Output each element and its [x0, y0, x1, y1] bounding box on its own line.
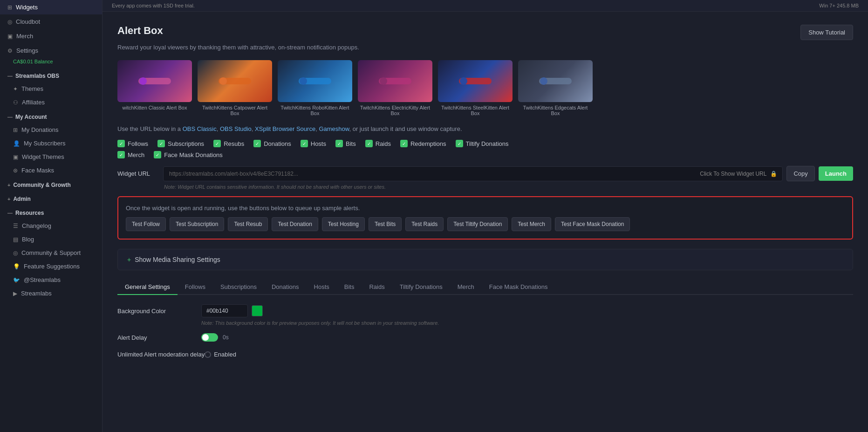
tab-tiltify-donations[interactable]: Tiltify Donations	[392, 280, 450, 295]
checkbox-tiltify-box[interactable]: ✓	[456, 140, 463, 147]
sidebar-section-community-growth[interactable]: + Community & Growth	[0, 177, 102, 191]
tab-general-settings[interactable]: General Settings	[117, 280, 178, 295]
theme-card-5[interactable]: TwitchKittens SteelKitten Alert Box	[438, 60, 513, 116]
sidebar-blog-label: Blog	[22, 236, 34, 243]
checkbox-redemptions-box[interactable]: ✓	[400, 140, 408, 147]
checkbox-bits-box[interactable]: ✓	[335, 140, 343, 147]
test-hosting-button[interactable]: Test Hosting	[322, 217, 365, 231]
sidebar-item-merch[interactable]: ▣ Merch	[0, 29, 102, 43]
launch-button[interactable]: Launch	[819, 166, 853, 181]
test-resub-button[interactable]: Test Resub	[228, 217, 268, 231]
sidebar-item-widget-themes[interactable]: ▣ Widget Themes	[0, 150, 102, 164]
checkbox-raids-box[interactable]: ✓	[365, 140, 373, 147]
theme-card-1[interactable]: witchKitten Classic Alert Box	[117, 60, 192, 116]
tab-face-mask-donations[interactable]: Face Mask Donations	[482, 280, 555, 295]
media-sharing-bar[interactable]: + Show Media Sharing Settings	[117, 249, 853, 270]
checkbox-follows[interactable]: ✓ Follows	[117, 140, 148, 147]
test-bits-button[interactable]: Test Bits	[369, 217, 402, 231]
tab-raids[interactable]: Raids	[362, 280, 392, 295]
theme-card-img-4	[358, 60, 432, 102]
sidebar-item-youtube[interactable]: ▶ Streamlabs	[0, 287, 102, 300]
checkbox-redemptions-label: Redemptions	[410, 140, 446, 147]
plus-icon: +	[127, 256, 131, 263]
checkbox-donations-box[interactable]: ✓	[253, 140, 261, 147]
sidebar-item-widgets[interactable]: ⊞ Widgets	[0, 0, 102, 14]
test-tiltify-button[interactable]: Test Tiltify Donation	[447, 217, 508, 231]
svg-point-9	[460, 77, 467, 85]
sidebar-item-changelog[interactable]: ☰ Changelog	[0, 219, 102, 233]
show-tutorial-button[interactable]: Show Tutorial	[800, 25, 853, 40]
checkbox-raids[interactable]: ✓ Raids	[365, 140, 391, 147]
sidebar-section-admin[interactable]: + Admin	[0, 191, 102, 205]
checkbox-follows-box[interactable]: ✓	[117, 140, 125, 147]
widget-url-input[interactable]	[163, 166, 783, 181]
theme-card-4[interactable]: TwitchKittens ElectricKitty Alert Box	[358, 60, 432, 116]
copy-button[interactable]: Copy	[786, 166, 814, 181]
tab-merch[interactable]: Merch	[450, 280, 482, 295]
theme-card-2[interactable]: TwitchKittens Catpower Alert Box	[198, 60, 272, 116]
sidebar-balance: CA$0.01 Balance	[0, 58, 102, 68]
theme-card-img-3	[278, 60, 352, 102]
checkbox-hosts-box[interactable]: ✓	[301, 140, 308, 147]
color-swatch[interactable]	[252, 305, 263, 316]
sidebar-item-twitter[interactable]: 🐦 @Streamlabs	[0, 273, 102, 287]
checkbox-merch[interactable]: ✓ Merch	[117, 151, 144, 158]
checkbox-tiltify[interactable]: ✓ Tiltify Donations	[456, 140, 509, 147]
sidebar-item-cloudbot[interactable]: ◎ Cloudbot	[0, 14, 102, 29]
checkbox-resubs[interactable]: ✓ Resubs	[213, 140, 244, 147]
sidebar-item-feature-suggestions[interactable]: 💡 Feature Suggestions	[0, 260, 102, 273]
checkbox-subscriptions[interactable]: ✓ Subscriptions	[157, 140, 204, 147]
test-donation-button[interactable]: Test Donation	[272, 217, 318, 231]
community-support-icon: ◎	[13, 250, 18, 256]
sidebar-item-blog[interactable]: ▤ Blog	[0, 233, 102, 246]
obs-studio-link[interactable]: OBS Studio	[220, 125, 252, 132]
sidebar-my-donations-label: My Donations	[21, 126, 58, 133]
xsplit-link[interactable]: XSplit Browser Source	[255, 125, 315, 132]
enabled-radio[interactable]: Enabled	[205, 351, 236, 358]
sidebar-item-community-support[interactable]: ◎ Community & Support	[0, 246, 102, 260]
gameshow-link[interactable]: Gameshow	[319, 125, 349, 132]
theme-cards-container: witchKitten Classic Alert Box TwitchKitt…	[117, 60, 853, 116]
sidebar-section-streamlabs-obs[interactable]: — Streamlabs OBS	[0, 68, 102, 82]
test-subscription-button[interactable]: Test Subscription	[170, 217, 224, 231]
checkbox-resubs-box[interactable]: ✓	[213, 140, 221, 147]
affiliates-icon: ⚇	[13, 99, 18, 106]
checkbox-face-mask-box[interactable]: ✓	[154, 151, 161, 158]
obs-classic-link[interactable]: OBS Classic	[183, 125, 217, 132]
test-face-mask-button[interactable]: Test Face Mask Donation	[555, 217, 630, 231]
alert-delay-toggle[interactable]	[201, 333, 218, 342]
theme-card-img-6	[518, 60, 593, 102]
checkbox-donations[interactable]: ✓ Donations	[253, 140, 291, 147]
sidebar-item-face-masks[interactable]: ⊛ Face Masks	[0, 164, 102, 177]
sidebar-section-my-account[interactable]: — My Account	[0, 109, 102, 123]
bg-color-input[interactable]	[201, 304, 248, 317]
widget-url-input-wrap: Click To Show Widget URL 🔒	[163, 166, 783, 181]
test-follow-button[interactable]: Test Follow	[126, 217, 166, 231]
test-raids-button[interactable]: Test Raids	[405, 217, 444, 231]
sidebar-item-themes[interactable]: ✦ Themes	[0, 82, 102, 96]
checkbox-merch-box[interactable]: ✓	[117, 151, 125, 158]
theme-card-6[interactable]: TwitchKittens Edgecats Alert Box	[518, 60, 593, 116]
checkbox-hosts[interactable]: ✓ Hosts	[301, 140, 326, 147]
sidebar-item-affiliates[interactable]: ⚇ Affiliates	[0, 96, 102, 109]
checkbox-bits-label: Bits	[346, 140, 356, 147]
test-buttons-description: Once the widget is open and running, use…	[126, 205, 845, 212]
theme-card-3[interactable]: TwitchKittens RoboKitten Alert Box	[278, 60, 352, 116]
sidebar-item-my-donations[interactable]: ⊞ My Donations	[0, 123, 102, 137]
sidebar-section-resources[interactable]: — Resources	[0, 205, 102, 219]
tab-follows[interactable]: Follows	[178, 280, 213, 295]
test-merch-button[interactable]: Test Merch	[512, 217, 551, 231]
main-content: Every app comes with 1SD free trial. Win…	[103, 0, 868, 432]
sidebar-changelog-label: Changelog	[22, 222, 51, 229]
tab-donations[interactable]: Donations	[264, 280, 307, 295]
sidebar-item-settings[interactable]: ⚙ Settings	[0, 43, 102, 58]
tab-bits[interactable]: Bits	[337, 280, 362, 295]
checkbox-redemptions[interactable]: ✓ Redemptions	[400, 140, 446, 147]
checkbox-face-mask-donations[interactable]: ✓ Face Mask Donations	[154, 151, 223, 158]
tab-hosts[interactable]: Hosts	[307, 280, 337, 295]
tab-subscriptions[interactable]: Subscriptions	[213, 280, 264, 295]
checkbox-subscriptions-box[interactable]: ✓	[157, 140, 165, 147]
sidebar-item-my-subscribers[interactable]: 👤 My Subscribers	[0, 137, 102, 150]
sidebar-community-growth-label: Community & Growth	[13, 182, 70, 188]
checkbox-bits[interactable]: ✓ Bits	[335, 140, 356, 147]
